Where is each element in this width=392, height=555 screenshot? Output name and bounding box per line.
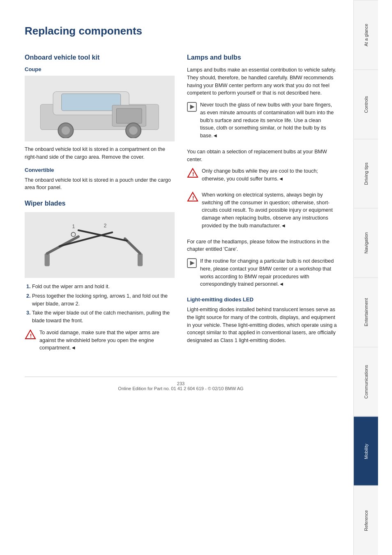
sidebar-tab-navigation[interactable]: Navigation [354,208,378,278]
sidebar-tab-at-a-glance[interactable]: At a glance [354,0,378,69]
wiper-step-2: Press together the locking spring, arrow… [32,292,175,308]
svg-point-8 [129,126,138,135]
warning1-text: Only change bulbs while they are cool to… [202,167,337,183]
warning2-box: ! When working on electrical systems, al… [187,191,337,234]
lamps-title: Lamps and bulbs [187,54,337,61]
coupe-image [25,76,175,141]
svg-marker-27 [190,261,195,266]
onboard-title: Onboard vehicle tool kit [25,54,175,61]
warning-triangle-icon-1: ! [187,167,198,179]
svg-text:!: ! [192,171,194,177]
sidebar-tab-entertainment[interactable]: Entertainment [354,278,378,347]
wiper-warning-box: ! To avoid damage, make sure that the wi… [25,329,175,356]
led-desc: Light-emitting diodes installed behind t… [187,306,337,345]
svg-rect-9 [45,254,50,266]
sidebar-tab-driving-tips[interactable]: Driving tips [354,139,378,208]
note-play-icon-1 [187,102,197,112]
page-title: Replacing components [25,25,337,42]
warning2-text: When working on electrical systems, alwa… [202,191,337,230]
wiper-warning-text: To avoid damage, make sure that the wipe… [39,329,175,352]
wiper-title: Wiper blades [25,200,175,207]
svg-marker-21 [190,105,195,109]
note3-text: If the routine for changing a particular… [200,257,337,288]
warning-triangle-icon: ! [25,329,36,340]
wiper-step-3: Take the wiper blade out of the catch me… [32,309,175,325]
convertible-desc: The onboard vehicle tool kit is stored i… [25,176,175,192]
sidebar-tab-mobility[interactable]: Mobility [354,416,378,486]
note2-text: You can obtain a selection of replacemen… [187,148,337,164]
sidebar-tab-controls[interactable]: Controls [354,69,378,139]
svg-text:2: 2 [104,223,107,229]
svg-point-17 [71,232,76,236]
headlamp-note: For care of the headlamps, please follow… [187,238,337,254]
note-play-icon-2 [187,258,197,268]
lamps-intro: Lamps and bulbs make an essential contri… [187,66,337,97]
svg-text:!: ! [192,195,194,201]
note3-box: If the routine for changing a particular… [187,257,337,292]
sidebar-tab-reference[interactable]: Reference [354,486,378,555]
wiper-image: 1 2 [25,212,175,278]
svg-line-11 [60,232,113,246]
sidebar: At a glance Controls Driving tips Naviga… [353,0,378,555]
left-column: Onboard vehicle tool kit Coupe [25,54,175,360]
note1-text: Never touch the glass of new bulbs with … [200,101,337,140]
onboard-section: Onboard vehicle tool kit Coupe [25,54,175,192]
wiper-steps-list: Fold out the wiper arm and hold it. Pres… [32,283,175,325]
coupe-desc: The onboard vehicle tool kit is stored i… [25,146,175,161]
svg-point-6 [62,126,70,135]
svg-rect-4 [117,109,142,123]
main-content: Replacing components Onboard vehicle too… [0,0,353,555]
coupe-label: Coupe [25,66,175,72]
led-title: Light-emitting diodes LED [187,296,337,303]
sidebar-tab-communications[interactable]: Communications [354,347,378,416]
convertible-label: Convertible [25,167,175,173]
convertible-section: Convertible The onboard vehicle tool kit… [25,167,175,192]
svg-text:!: ! [30,333,32,339]
footer-text: Online Edition for Part no. 01 41 2 604 … [118,386,243,391]
right-column: Lamps and bulbs Lamps and bulbs make an … [187,54,337,360]
wiper-section: Wiper blades 1 [25,200,175,356]
warning1-box: ! Only change bulbs while they are cool … [187,167,337,187]
svg-text:1: 1 [72,224,75,229]
warning-triangle-icon-2: ! [187,191,198,203]
footer-page-number: 233 [177,381,184,386]
two-column-layout: Onboard vehicle tool kit Coupe [25,54,337,360]
note1-box: Never touch the glass of new bulbs with … [187,101,337,144]
page-footer: 233 Online Edition for Part no. 01 41 2 … [25,377,337,391]
wiper-step-1: Fold out the wiper arm and hold it. [32,283,175,291]
svg-rect-12 [138,254,143,266]
svg-rect-2 [62,94,121,111]
